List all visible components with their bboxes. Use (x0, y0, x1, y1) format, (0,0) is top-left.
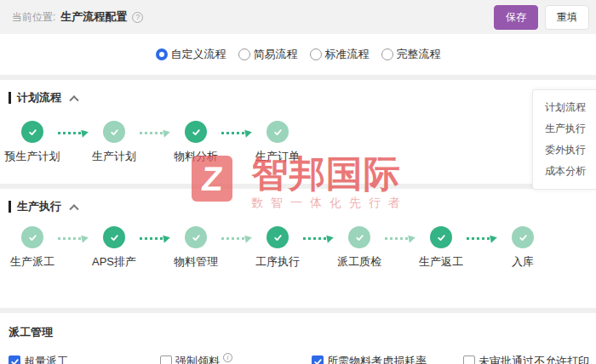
radio-icon[interactable] (238, 48, 250, 60)
section-header[interactable]: 计划流程 (0, 80, 596, 105)
help-icon[interactable]: ? (132, 12, 143, 23)
flow-steps: 生产派工APS排产物料管理工序执行派工质检生产返工入库 (0, 226, 596, 308)
checkbox-icon[interactable] (312, 355, 324, 364)
flow-step[interactable]: 生产计划 (89, 121, 140, 164)
arrow-head (244, 128, 252, 137)
flow-step[interactable]: 生产派工 (7, 226, 58, 270)
arrow-dots (221, 237, 244, 240)
step-label: 入库 (512, 254, 534, 270)
side-nav-item[interactable]: 成本分析 (545, 161, 586, 182)
flow-arrow-icon (467, 235, 497, 242)
side-nav-item[interactable]: 计划流程 (545, 97, 586, 118)
arrow-dots (58, 132, 81, 134)
arrow-head (163, 128, 170, 137)
arrow-dots (221, 132, 244, 134)
breadcrumb-label: 当前位置: (12, 10, 55, 25)
flow-step[interactable]: 生产返工 (415, 226, 467, 270)
arrow-head (408, 234, 415, 242)
flow-arrow-icon (221, 129, 252, 137)
flow-step[interactable]: 工序执行 (252, 226, 303, 270)
step-label: 生产返工 (419, 254, 463, 270)
production-flow-config-page: 当前位置: 生产流程配置 ? 保存 重填 自定义流程简易流程标准流程完整流程 计… (0, 0, 596, 364)
radio-option[interactable]: 完整流程 (381, 47, 441, 62)
check-circle-icon (266, 121, 289, 143)
checkbox-icon[interactable] (463, 355, 475, 364)
page-title: 生产流程配置 (60, 9, 127, 25)
dispatch-section-title: 派工管理 (9, 320, 596, 340)
flow-arrow-icon (221, 235, 252, 242)
flow-arrow-icon (58, 129, 89, 137)
radio-option[interactable]: 简易流程 (238, 47, 298, 62)
flow-steps: 预生产计划生产计划物料分析生产订单 (0, 121, 596, 184)
step-label: 物料分析 (174, 149, 218, 164)
radio-icon[interactable] (156, 48, 168, 60)
flow-step[interactable]: 预生产计划 (7, 121, 58, 164)
flow-section: 生产执行生产派工APS排产物料管理工序执行派工质检生产返工入库 (0, 189, 596, 308)
dispatch-options-row: 超量派工强制领料i所需物料考虑损耗率未审批通过不允许打印 (9, 354, 596, 364)
check-circle-icon (430, 226, 452, 248)
chevron-up-icon[interactable] (69, 95, 78, 105)
step-label: 派工质检 (337, 254, 381, 270)
step-label: 物料管理 (174, 254, 218, 270)
radio-icon[interactable] (381, 48, 393, 60)
checkbox-label: 强制领料 (175, 354, 220, 364)
check-circle-icon (21, 226, 43, 248)
breadcrumb: 当前位置: 生产流程配置 ? (12, 9, 143, 25)
flow-step[interactable]: APS排产 (89, 226, 140, 270)
radio-option[interactable]: 自定义流程 (156, 47, 226, 62)
checkbox-icon[interactable] (160, 355, 172, 364)
flow-step[interactable]: 派工质检 (334, 226, 385, 270)
checkbox-label: 所需物料考虑损耗率 (327, 354, 427, 364)
step-label: 生产订单 (255, 149, 300, 164)
step-label: 生产派工 (10, 254, 54, 270)
checkbox-option[interactable]: 未审批通过不允许打印 (463, 354, 596, 364)
step-label: 预生产计划 (5, 149, 60, 164)
radio-label: 完整流程 (397, 47, 441, 62)
side-nav-item[interactable]: 生产执行 (545, 118, 586, 139)
check-circle-icon (103, 226, 125, 248)
step-label: APS排产 (92, 254, 136, 270)
flow-step[interactable]: 生产订单 (252, 121, 303, 164)
radio-label: 自定义流程 (171, 47, 226, 62)
flow-arrow-icon (303, 235, 334, 242)
checkbox-option[interactable]: 超量派工 (9, 354, 160, 364)
reset-button[interactable]: 重填 (545, 5, 589, 30)
flow-arrow-icon (140, 129, 170, 137)
arrow-head (326, 234, 334, 242)
flow-arrow-icon (385, 235, 415, 242)
step-label: 生产计划 (92, 149, 136, 164)
checkbox-option[interactable]: 强制领料i (160, 354, 312, 364)
section-header[interactable]: 生产执行 (0, 189, 596, 214)
check-circle-icon (348, 226, 370, 248)
checkbox-label: 未审批通过不允许打印 (479, 354, 589, 364)
radio-label: 简易流程 (254, 47, 298, 62)
radio-icon[interactable] (310, 48, 322, 60)
flow-step[interactable]: 物料管理 (170, 226, 221, 270)
checkbox-icon[interactable] (9, 355, 20, 364)
arrow-dots (140, 132, 163, 134)
chevron-up-icon[interactable] (69, 204, 78, 213)
radio-label: 标准流程 (325, 47, 370, 62)
arrow-head (81, 234, 89, 242)
section-title: 计划流程 (17, 90, 61, 105)
topbar-actions: 保存 重填 (494, 5, 589, 30)
check-circle-icon (266, 226, 289, 248)
flow-sections: 计划流程预生产计划生产计划物料分析生产订单生产执行生产派工APS排产物料管理工序… (0, 80, 596, 313)
dispatch-management-section: 派工管理 超量派工强制领料i所需物料考虑损耗率未审批通过不允许打印 (0, 313, 596, 364)
arrow-dots (467, 237, 490, 240)
arrow-head (244, 234, 252, 242)
arrow-head (490, 234, 497, 242)
flow-section: 计划流程预生产计划生产计划物料分析生产订单 (0, 80, 596, 184)
radio-option[interactable]: 标准流程 (310, 47, 370, 62)
side-nav-item[interactable]: 委外执行 (545, 139, 586, 161)
save-button[interactable]: 保存 (494, 5, 538, 30)
flow-step[interactable]: 物料分析 (170, 121, 221, 164)
step-label: 工序执行 (255, 254, 300, 270)
check-circle-icon (512, 226, 534, 248)
arrow-dots (303, 237, 326, 240)
flow-step[interactable]: 入库 (497, 226, 548, 270)
flow-arrow-icon (140, 235, 170, 242)
info-icon[interactable]: i (223, 353, 232, 362)
checkbox-option[interactable]: 所需物料考虑损耗率 (312, 354, 463, 364)
section-accent-bar (9, 92, 11, 104)
